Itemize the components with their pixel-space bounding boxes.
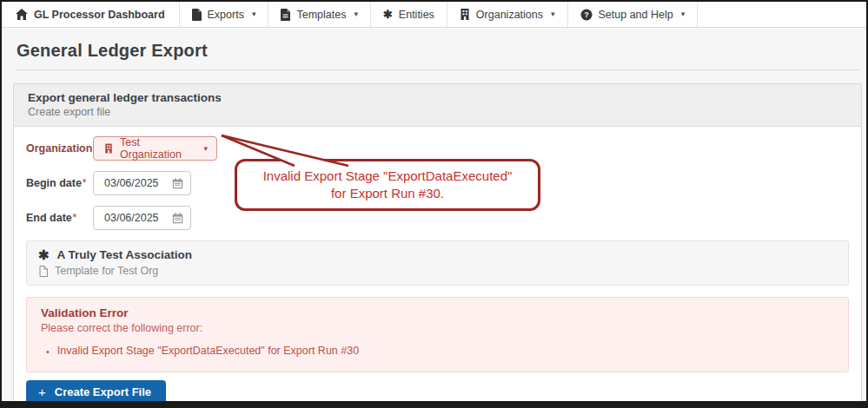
create-export-file-label: Create Export File bbox=[55, 385, 151, 398]
nav-brand-label: GL Processor Dashboard bbox=[34, 9, 165, 21]
create-export-file-button[interactable]: + Create Export File bbox=[26, 380, 166, 405]
building-icon bbox=[104, 143, 113, 154]
validation-error-message: Please correct the following error: bbox=[41, 322, 834, 334]
nav-item-exports[interactable]: Exports ▾ bbox=[180, 2, 269, 27]
chevron-down-icon: ▾ bbox=[354, 10, 358, 18]
page-content: General Ledger Export Export general led… bbox=[2, 28, 866, 408]
nav-item-label: Exports bbox=[208, 9, 244, 21]
organization-dropdown[interactable]: Test Organization ▾ bbox=[93, 136, 217, 161]
page-title: General Ledger Export bbox=[17, 41, 866, 61]
home-icon bbox=[16, 9, 28, 20]
nav-item-organizations[interactable]: Organizations ▾ bbox=[447, 2, 568, 27]
chevron-down-icon: ▾ bbox=[681, 10, 686, 18]
begin-date-input[interactable]: 03/06/2025 bbox=[93, 171, 191, 195]
nav-item-setup-help[interactable]: ? Setup and Help ▾ bbox=[568, 2, 699, 27]
asterisk-icon: ✱ bbox=[383, 9, 393, 20]
asterisk-icon: ✱ bbox=[38, 248, 50, 261]
chevron-down-icon: ▾ bbox=[551, 10, 555, 18]
title-divider bbox=[15, 69, 860, 70]
file-lines-icon bbox=[281, 9, 290, 21]
building-icon bbox=[460, 9, 470, 20]
required-asterisk: * bbox=[83, 177, 86, 188]
plus-icon: + bbox=[38, 385, 46, 398]
document-icon bbox=[39, 266, 48, 277]
validation-error-text: Invalid Export Stage "ExportDataExecuted… bbox=[57, 345, 359, 359]
association-subtitle-row: Template for Test Org bbox=[39, 265, 836, 277]
end-date-input[interactable]: 03/06/2025 bbox=[93, 206, 191, 230]
panel-title: Export general ledger transactions bbox=[28, 91, 847, 104]
file-icon bbox=[192, 9, 202, 21]
annotation-line1: Invalid Export Stage "ExportDataExecuted… bbox=[237, 168, 538, 185]
association-title-row: ✱ A Truly Test Association bbox=[38, 248, 836, 261]
nav-item-label: Templates bbox=[296, 9, 346, 21]
panel-header: Export general ledger transactions Creat… bbox=[14, 84, 861, 127]
end-date-value: 03/06/2025 bbox=[104, 212, 159, 224]
annotation-callout: Invalid Export Stage "ExportDataExecuted… bbox=[235, 159, 540, 211]
begin-date-label: Begin date* bbox=[26, 177, 93, 189]
nav-brand-dashboard[interactable]: GL Processor Dashboard bbox=[2, 2, 180, 27]
nav-item-templates[interactable]: Templates ▾ bbox=[268, 2, 371, 27]
annotation-line2: for Export Run #30. bbox=[237, 185, 538, 202]
calendar-icon bbox=[172, 213, 183, 224]
top-navbar: GL Processor Dashboard Exports ▾ Templat… bbox=[2, 2, 866, 28]
association-card[interactable]: ✱ A Truly Test Association Template for … bbox=[26, 240, 849, 286]
required-asterisk: * bbox=[73, 212, 76, 222]
chevron-down-icon: ▾ bbox=[252, 10, 256, 18]
nav-item-label: Entities bbox=[399, 9, 434, 21]
association-title: A Truly Test Association bbox=[57, 248, 193, 261]
question-icon: ? bbox=[580, 9, 593, 21]
export-panel: Export general ledger transactions Creat… bbox=[13, 83, 862, 408]
calendar-icon bbox=[172, 178, 183, 189]
panel-subtitle: Create export file bbox=[28, 106, 847, 118]
nav-item-label: Organizations bbox=[476, 9, 543, 21]
svg-text:?: ? bbox=[584, 10, 589, 19]
organization-row: Organization* Test Organization ▾ bbox=[26, 136, 849, 161]
app-window: GL Processor Dashboard Exports ▾ Templat… bbox=[0, 0, 868, 408]
begin-date-value: 03/06/2025 bbox=[104, 177, 159, 189]
end-date-label: End date* bbox=[26, 212, 93, 224]
nav-item-entities[interactable]: ✱ Entities bbox=[371, 2, 447, 27]
validation-error-item: • Invalid Export Stage "ExportDataExecut… bbox=[46, 345, 834, 359]
association-subtitle: Template for Test Org bbox=[55, 265, 158, 277]
bullet-icon: • bbox=[46, 345, 50, 359]
validation-error-title: Validation Error bbox=[41, 306, 834, 319]
organization-label: Organization* bbox=[26, 142, 93, 155]
chevron-down-icon: ▾ bbox=[203, 145, 208, 153]
nav-item-label: Setup and Help bbox=[599, 9, 673, 21]
organization-value: Test Organization bbox=[120, 136, 196, 161]
validation-error-box: Validation Error Please correct the foll… bbox=[26, 297, 849, 372]
